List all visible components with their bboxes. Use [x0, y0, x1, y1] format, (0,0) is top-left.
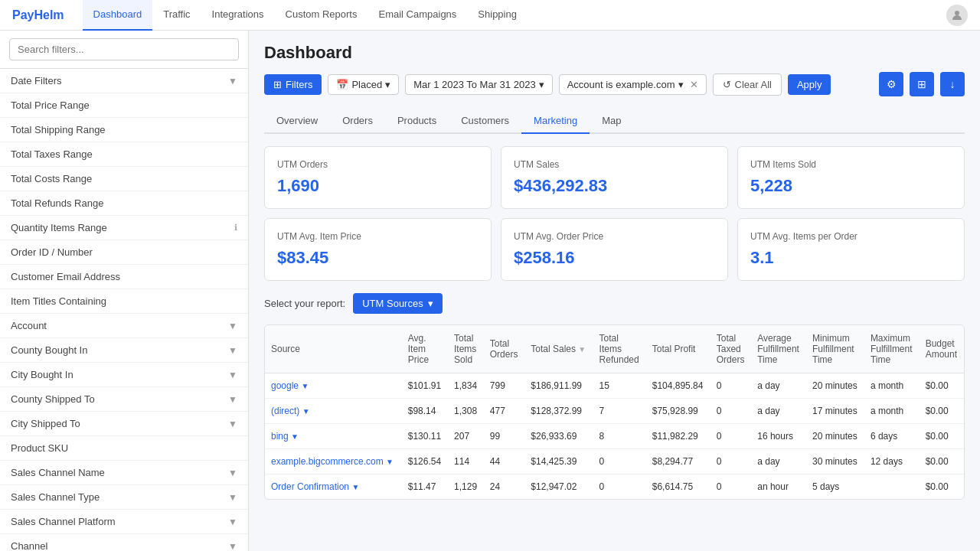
filter-item-city-bought-in[interactable]: City Bought In ▼	[0, 363, 248, 387]
stat-card-utm-items-sold: UTM Items Sold 5,228	[737, 146, 965, 209]
tab-marketing[interactable]: Marketing	[521, 109, 590, 134]
filter-item-product-sku[interactable]: Product SKU	[0, 436, 248, 461]
chevron-icon: ▼	[228, 468, 237, 478]
nav-item-integrations[interactable]: Integrations	[201, 0, 275, 31]
cell-total-orders: 24	[484, 474, 525, 500]
nav-item-dashboard[interactable]: Dashboard	[83, 0, 153, 31]
report-row: Select your report: UTM Sources ▾	[264, 293, 965, 314]
col-min-fulfillment-time: MinimumFulfillmentTime	[806, 325, 864, 373]
svg-point-0	[955, 11, 959, 15]
filter-item-item-titles[interactable]: Item Titles Containing	[0, 289, 248, 314]
user-avatar[interactable]	[946, 5, 968, 26]
cell-total-taxed-orders: 0	[710, 373, 752, 399]
col-total-items-sold: TotalItemsSold	[448, 325, 484, 373]
filter-item-total-refunds-range[interactable]: Total Refunds Range	[0, 191, 248, 216]
col-max-fulfillment-time: MaximumFulfillmentTime	[864, 325, 920, 373]
search-input[interactable]	[9, 38, 239, 60]
filter-item-county-bought-in[interactable]: County Bought In ▼	[0, 338, 248, 363]
col-avg-item-price: Avg.ItemPrice	[402, 325, 448, 373]
download-icon-button[interactable]: ↓	[940, 72, 965, 96]
utm-sources-dropdown[interactable]: UTM Sources ▾	[353, 293, 442, 314]
filter-item-date-filters[interactable]: Date Filters ▼	[0, 69, 248, 93]
clear-all-button[interactable]: ↺ Clear All	[713, 73, 782, 96]
filter-item-city-shipped-to[interactable]: City Shipped To ▼	[0, 412, 248, 436]
chevron-icon: ▼	[228, 370, 237, 380]
cell-budget-amount: $0.00	[920, 399, 964, 424]
filter-item-total-costs-range[interactable]: Total Costs Range	[0, 167, 248, 191]
nav-item-traffic[interactable]: Traffic	[152, 0, 201, 31]
col-total-sales[interactable]: Total Sales ▼	[524, 325, 593, 373]
filters-button[interactable]: ⊞ Filters	[264, 74, 322, 95]
filter-item-quantity-items-range[interactable]: Quantity Items Range ℹ	[0, 216, 248, 240]
col-total-items-refunded: TotalItemsRefunded	[593, 325, 646, 373]
cell-max-fulfillment-time: 6 days	[864, 424, 920, 449]
nav-right	[946, 5, 968, 26]
cell-budget-amount: $0.00	[920, 373, 964, 399]
chevron-icon: ▼	[228, 492, 237, 503]
col-avg-fulfillment-time: AverageFulfillmentTime	[751, 325, 806, 373]
chevron-icon: ▼	[228, 76, 237, 86]
nav-item-email-campaigns[interactable]: Email Campaigns	[368, 0, 467, 31]
date-range-filter-tag[interactable]: Mar 1 2023 To Mar 31 2023 ▾	[405, 74, 552, 95]
cell-total-profit: $104,895.84	[646, 373, 710, 399]
chevron-icon: ▼	[228, 321, 237, 331]
cell-total-taxed-orders: 0	[710, 424, 752, 449]
stat-card-utm-orders: UTM Orders 1,690	[264, 146, 492, 209]
utm-data-table: Source Avg.ItemPrice TotalItemsSold Tota…	[265, 325, 964, 499]
cell-total-taxed-orders: 0	[710, 474, 752, 500]
cell-total-items-refunded: 7	[593, 399, 646, 424]
filter-item-account[interactable]: Account ▼	[0, 314, 248, 338]
info-icon: ℹ	[234, 223, 237, 233]
toolbar-icons: ⚙ ⊞ ↓	[879, 72, 965, 96]
source-link[interactable]: Order Confirmation ▼	[271, 481, 359, 492]
filter-item-sales-channel-platform[interactable]: Sales Channel Platform ▼	[0, 510, 248, 534]
cell-source: bing ▼	[265, 424, 402, 449]
source-link[interactable]: example.bigcommerce.com ▼	[271, 456, 394, 467]
settings-icon-button[interactable]: ⚙	[879, 72, 903, 96]
cell-min-fulfillment-time: 30 minutes	[806, 449, 864, 474]
cell-total-items-refunded: 8	[593, 424, 646, 449]
cell-total-orders: 799	[484, 373, 525, 399]
source-link[interactable]: (direct) ▼	[271, 406, 310, 416]
filter-item-county-shipped-to[interactable]: County Shipped To ▼	[0, 387, 248, 412]
col-source: Source	[265, 325, 402, 373]
logo[interactable]: PayHelm	[12, 8, 64, 22]
tab-customers[interactable]: Customers	[449, 109, 521, 134]
tab-map[interactable]: Map	[590, 109, 633, 134]
cell-source: Order Confirmation ▼	[265, 474, 402, 500]
cell-total-items-refunded: 15	[593, 373, 646, 399]
nav-item-custom-reports[interactable]: Custom Reports	[275, 0, 368, 31]
cell-total-items-sold: 1,129	[448, 474, 484, 500]
col-budget-amount: BudgetAmount	[920, 325, 964, 373]
account-filter-tag[interactable]: Account is example.com ▾ ✕	[559, 74, 707, 95]
table-row: Order Confirmation ▼ $11.47 1,129 24 $12…	[265, 474, 964, 500]
cell-max-fulfillment-time: a month	[864, 373, 920, 399]
filter-item-channel[interactable]: Channel ▼	[0, 534, 248, 551]
export-icon-button[interactable]: ⊞	[910, 72, 934, 96]
filter-item-total-taxes-range[interactable]: Total Taxes Range	[0, 142, 248, 167]
apply-button[interactable]: Apply	[788, 74, 831, 95]
chevron-icon: ▼	[228, 517, 237, 527]
source-link[interactable]: google ▼	[271, 380, 309, 391]
placed-filter-tag[interactable]: 📅 Placed ▾	[328, 74, 399, 95]
filter-item-customer-email[interactable]: Customer Email Address	[0, 265, 248, 289]
filter-item-order-id[interactable]: Order ID / Number	[0, 240, 248, 265]
cell-total-items-sold: 1,308	[448, 399, 484, 424]
filter-icon: ⊞	[273, 79, 282, 90]
tab-products[interactable]: Products	[385, 109, 449, 134]
source-link[interactable]: bing ▼	[271, 431, 299, 442]
table-row: google ▼ $101.91 1,834 799 $186,911.99 1…	[265, 373, 964, 399]
page-title: Dashboard	[264, 43, 965, 63]
filter-item-total-price-range[interactable]: Total Price Range	[0, 93, 248, 118]
cell-total-profit: $75,928.99	[646, 399, 710, 424]
filter-item-total-shipping-range[interactable]: Total Shipping Range	[0, 118, 248, 142]
filter-item-sales-channel-type[interactable]: Sales Channel Type ▼	[0, 485, 248, 510]
stat-card-utm-avg-items-per-order: UTM Avg. Items per Order 3.1	[737, 218, 965, 281]
filter-item-sales-channel-name[interactable]: Sales Channel Name ▼	[0, 461, 248, 485]
nav-item-shipping[interactable]: Shipping	[467, 0, 528, 31]
tab-overview[interactable]: Overview	[264, 109, 330, 134]
tab-orders[interactable]: Orders	[330, 109, 385, 134]
cell-avg-fulfillment-time: a day	[751, 373, 806, 399]
remove-filter-icon[interactable]: ✕	[690, 79, 698, 90]
stat-card-utm-avg-item-price: UTM Avg. Item Price $83.45	[264, 218, 492, 281]
